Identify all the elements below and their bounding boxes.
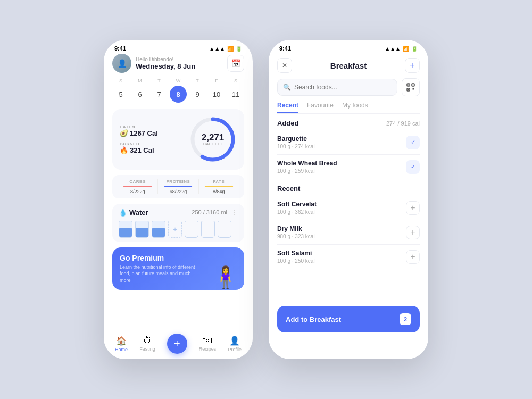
recent-title: Recent <box>277 185 300 193</box>
svg-rect-9 <box>413 88 414 89</box>
premium-banner[interactable]: Go Premium Learn the nutritional info of… <box>112 247 244 290</box>
food-name-wheat-bread: Whole Wheat Bread <box>277 160 337 167</box>
tab-favourite[interactable]: Favourite <box>307 102 334 113</box>
search-container: 🔍 <box>277 78 420 96</box>
premium-figure: 🧍‍♀️ <box>212 265 239 290</box>
burned-value: 🔥 321 Cal <box>120 146 158 154</box>
food-item-soft-salami: Soft Salami 100 g · 250 kcal + <box>277 245 420 269</box>
modal-header: ✕ Breakfast + <box>277 54 420 78</box>
food-meta-barguette: 100 g · 274 kcal <box>277 144 315 149</box>
modal-close-button[interactable]: ✕ <box>277 58 292 73</box>
week-dates: 5 6 7 8 9 10 11 <box>112 86 244 103</box>
week-days-header: S M T W T F S <box>112 78 244 84</box>
status-icons-right: ▲▲▲ 📶 🔋 <box>385 46 418 52</box>
modal-add-button[interactable]: + <box>405 58 420 73</box>
battery-icon-r: 🔋 <box>411 46 418 52</box>
date-10[interactable]: 10 <box>208 86 225 103</box>
greeting-hello: Hello Dibbendo! <box>136 56 195 62</box>
food-info-wheat-bread: Whole Wheat Bread 100 g · 259 kcal <box>277 160 337 174</box>
food-item-wheat-bread: Whole Wheat Bread 100 g · 259 kcal ✓ <box>277 155 420 179</box>
glass-2[interactable] <box>135 221 149 238</box>
tab-recent[interactable]: Recent <box>277 102 298 113</box>
food-item-dry-milk: Dry Milk 980 g · 323 kcal + <box>277 220 420 245</box>
glass-4[interactable] <box>185 221 198 238</box>
date-7[interactable]: 7 <box>151 86 168 103</box>
right-phone: 9:41 ▲▲▲ 📶 🔋 ✕ Breakfast + 🔍 <box>269 40 428 359</box>
food-meta-soft-salami: 100 g · 250 kcal <box>277 258 315 264</box>
date-5[interactable]: 5 <box>112 86 129 103</box>
greeting-date: Wednesday, 8 Jun <box>136 62 195 70</box>
added-title: Added <box>277 119 298 127</box>
eaten-label: EATEN <box>120 124 158 129</box>
modal-title: Breakfast <box>330 61 367 70</box>
left-phone: 9:41 ▲▲▲ 📶 🔋 👤 Hello Dibbendo! Wednesday… <box>104 40 253 359</box>
home-icon: 🏠 <box>116 336 127 346</box>
calendar-button[interactable]: 📅 <box>227 55 244 72</box>
search-input[interactable] <box>294 84 392 91</box>
food-name-dry-milk: Dry Milk <box>277 225 315 232</box>
nav-recipes[interactable]: 🍽 Recipes <box>199 336 217 352</box>
food-add-soft-salami[interactable]: + <box>406 250 420 264</box>
food-item-barguette: Barguette 100 g · 274 kcal ✓ <box>277 130 420 155</box>
food-info-barguette: Barguette 100 g · 274 kcal <box>277 135 315 149</box>
fasting-icon: ⏱ <box>143 336 152 345</box>
premium-description: Learn the nutritional info of different … <box>120 264 200 284</box>
day-label-s2: S <box>227 78 244 84</box>
nav-home-label: Home <box>115 347 128 352</box>
wifi-icon: 📶 <box>227 46 234 52</box>
tab-myfoods[interactable]: My foods <box>342 102 368 113</box>
add-to-breakfast-button[interactable]: Add to Breakfast 2 <box>277 306 420 332</box>
food-name-barguette: Barguette <box>277 135 315 143</box>
eaten-stat: EATEN 🥑 1267 Cal <box>120 124 158 137</box>
nav-home[interactable]: 🏠 Home <box>115 336 128 352</box>
macro-bar-proteins <box>164 186 193 187</box>
signal-icon: ▲▲▲ <box>209 46 225 52</box>
date-8[interactable]: 8 <box>170 86 187 103</box>
svg-rect-7 <box>408 89 409 90</box>
premium-text: Go Premium Learn the nutritional info of… <box>120 254 200 284</box>
date-9[interactable]: 9 <box>189 86 206 103</box>
status-bar-left: 9:41 ▲▲▲ 📶 🔋 <box>104 40 253 54</box>
food-add-dry-milk[interactable]: + <box>406 226 420 239</box>
eaten-value: 🥑 1267 Cal <box>120 129 158 137</box>
recent-section-header: Recent <box>277 185 420 193</box>
water-amount: 250 / 3160 ml <box>192 209 227 215</box>
calories-card: EATEN 🥑 1267 Cal BURNED 🔥 321 Cal <box>112 109 244 170</box>
qr-button[interactable] <box>402 78 420 96</box>
day-label-t2: T <box>189 78 206 84</box>
food-info-soft-salami: Soft Salami 100 g · 250 kcal <box>277 250 315 264</box>
water-drop-icon: 💧 <box>119 209 127 217</box>
svg-rect-6 <box>413 85 414 86</box>
add-to-breakfast-count: 2 <box>400 313 411 325</box>
date-6[interactable]: 6 <box>131 86 148 103</box>
nav-profile[interactable]: 👤 Profile <box>228 336 242 352</box>
add-to-breakfast-label: Add to Breakfast <box>286 315 341 323</box>
food-check-wheat-bread[interactable]: ✓ <box>406 160 420 174</box>
food-meta-dry-milk: 980 g · 323 kcal <box>277 234 315 239</box>
food-check-barguette[interactable]: ✓ <box>406 136 420 149</box>
glass-add[interactable]: + <box>168 221 182 238</box>
status-time: 9:41 <box>114 45 126 52</box>
glass-6[interactable] <box>218 221 231 238</box>
date-11[interactable]: 11 <box>227 86 244 103</box>
nav-add-button[interactable]: + <box>167 334 187 354</box>
svg-rect-8 <box>412 88 413 89</box>
status-bar-right: 9:41 ▲▲▲ 📶 🔋 <box>269 40 428 54</box>
week-calendar: S M T W T F S 5 6 7 8 9 10 11 <box>112 78 244 103</box>
macro-bar-fats <box>205 186 233 187</box>
cal-stats: EATEN 🥑 1267 Cal BURNED 🔥 321 Cal <box>120 124 158 154</box>
nav-fasting[interactable]: ⏱ Fasting <box>139 336 155 352</box>
water-more-icon[interactable]: ⋮ <box>230 208 238 217</box>
search-icon: 🔍 <box>283 84 291 91</box>
glass-1[interactable] <box>119 221 132 238</box>
glass-3[interactable] <box>152 221 165 238</box>
svg-rect-5 <box>408 85 409 86</box>
status-icons: ▲▲▲ 📶 🔋 <box>209 46 242 52</box>
avatar: 👤 <box>112 54 131 73</box>
water-glasses: + <box>119 221 238 238</box>
glass-5[interactable] <box>201 221 215 238</box>
macro-carbs: CARBS 8/222g <box>118 179 157 194</box>
bottom-nav: 🏠 Home ⏱ Fasting + 🍽 Recipes 👤 Profile <box>104 329 253 359</box>
avatar-greeting: 👤 Hello Dibbendo! Wednesday, 8 Jun <box>112 54 195 73</box>
food-add-cervelat[interactable]: + <box>406 201 420 215</box>
